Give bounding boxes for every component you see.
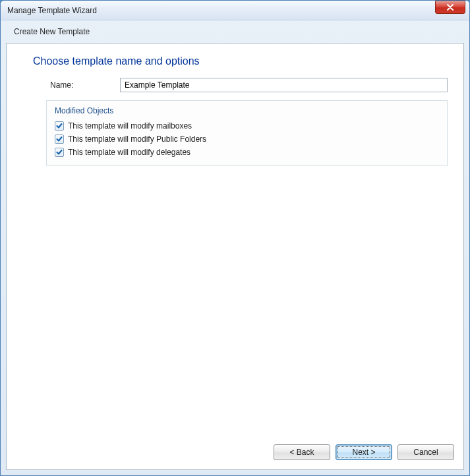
titlebar[interactable]: Manage Template Wizard [1, 1, 469, 20]
wizard-window: Manage Template Wizard Create New Templa… [0, 0, 470, 476]
checkbox-delegates-label[interactable]: This template will modify delegates [68, 148, 191, 157]
checkmark-icon [56, 123, 63, 129]
template-name-input[interactable] [120, 78, 448, 92]
check-row-public-folders: This template will modify Public Folders [53, 133, 440, 146]
next-button[interactable]: Next > [336, 444, 392, 460]
checkbox-mailboxes-label[interactable]: This template will modify mailboxes [68, 121, 192, 131]
checkmark-icon [56, 149, 63, 156]
close-button[interactable] [435, 1, 465, 14]
name-row: Name: [33, 78, 448, 92]
check-row-delegates: This template will modify delegates [53, 146, 440, 159]
checkmark-icon [56, 136, 63, 142]
button-bar: < Back Next > Cancel [7, 438, 463, 469]
checkbox-delegates[interactable] [55, 148, 64, 157]
checkbox-mailboxes[interactable] [55, 121, 64, 131]
window-title: Manage Template Wizard [7, 6, 435, 15]
content-frame: Choose template name and options Name: M… [6, 43, 464, 470]
cancel-button[interactable]: Cancel [397, 444, 454, 460]
page-heading: Choose template name and options [33, 55, 448, 67]
close-icon [446, 4, 454, 11]
checkbox-public-folders[interactable] [55, 134, 64, 144]
modified-objects-group: Modified Objects This template will modi… [46, 100, 448, 166]
content-inner: Choose template name and options Name: M… [7, 44, 463, 438]
checkbox-public-folders-label[interactable]: This template will modify Public Folders [68, 134, 206, 144]
name-label: Name: [50, 80, 120, 90]
back-button[interactable]: < Back [274, 444, 330, 460]
wizard-subtitle: Create New Template [1, 20, 469, 43]
group-legend: Modified Objects [53, 105, 440, 119]
check-row-mailboxes: This template will modify mailboxes [53, 119, 440, 133]
